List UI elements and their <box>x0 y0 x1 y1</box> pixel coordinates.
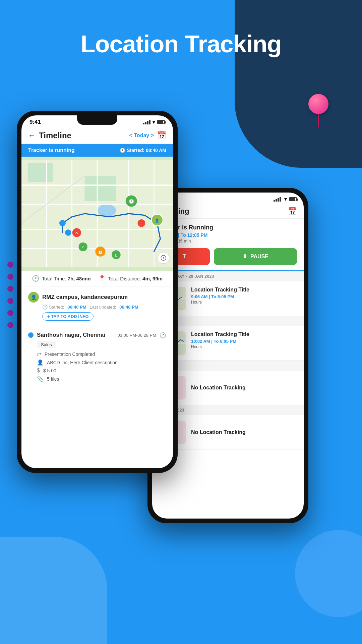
svg-point-3 <box>97 204 116 217</box>
notch <box>77 115 117 125</box>
location-name-2: Santhosh nagar, Chennai <box>37 332 105 338</box>
svg-text:🕐: 🕐 <box>98 250 103 255</box>
tap-info-section: + TAP TO ADD INFO <box>28 312 166 321</box>
svg-text:✕: ✕ <box>75 231 78 235</box>
map-background: 🕐 📍 ✕ ✓ <box>21 157 173 271</box>
signal-bar-r2 <box>276 199 277 202</box>
pause-label: PAUSE <box>250 254 268 260</box>
svg-point-18 <box>59 220 66 226</box>
started-label-1: 🕐 Started: <box>42 305 64 310</box>
files-text: 5 files <box>47 376 59 382</box>
history-time-1: 10:02 AM | To 6:05 PM <box>191 339 297 344</box>
status-icons: ▾ <box>143 119 165 125</box>
no-tracking-title-3: No Location Tracking <box>191 429 297 435</box>
dots-left <box>7 262 13 328</box>
dot-6 <box>7 322 13 328</box>
location-time-2: 03:00 PM-06:28 PM <box>117 333 156 338</box>
location-entry-1: 👤 RMZ campus, kandanceepuram 🕐 Started: … <box>21 286 173 326</box>
battery-right <box>289 197 297 201</box>
total-distance-label: Total Distance: 4m, 99m <box>108 276 163 281</box>
pause-icon: ⏸ <box>242 254 248 260</box>
phone-left: 9:41 ▾ ← Timeline <box>17 111 178 473</box>
map-area: 🕐 📍 ✕ ✓ <box>21 157 173 271</box>
bg-shape-bottom-right <box>295 530 362 617</box>
back-button[interactable]: ← <box>28 131 36 140</box>
started-time: 08:40 AM <box>146 148 166 153</box>
total-distance-stat: 📍 Total Distance: 4m, 99m <box>98 275 163 282</box>
bg-shape-dark <box>235 0 362 168</box>
no-tracking-content-3: No Location Tracking <box>191 429 297 435</box>
pin-ball <box>308 94 328 114</box>
files-icon: 📎 <box>37 376 44 382</box>
phone-screen-left: 9:41 ▾ ← Timeline <box>21 115 173 468</box>
tracker-running-text: Tracker is running <box>28 147 75 153</box>
location-header-2: Santhosh nagar, Chennai 03:00 PM-06:28 P… <box>28 332 166 338</box>
tracker-running-title: Tracker is Running <box>159 224 297 231</box>
svg-text:L: L <box>115 254 117 257</box>
dot-5 <box>7 310 13 316</box>
history-hours-1: Hours <box>191 344 297 349</box>
dot-4 <box>7 298 13 304</box>
calendar-icon-right[interactable]: 📅 <box>288 207 297 216</box>
svg-text:👤: 👤 <box>155 218 159 223</box>
total-time-stat: 🕐 Total Time: 7h, 48min <box>32 275 91 282</box>
detail-client: 👤 ABCD Inc, Here Client description <box>28 359 166 366</box>
signal-bar-r1 <box>274 200 275 202</box>
app-header-left: ← Timeline < Today > 📅 <box>21 127 173 144</box>
pin-decoration <box>308 94 328 127</box>
total-time-label: Total Time: 7h, 48min <box>42 276 91 281</box>
svg-rect-2 <box>84 176 116 201</box>
signal-bar-4 <box>149 120 150 124</box>
history-time-0: 9:06 AM | To 5:05 PM <box>191 294 297 299</box>
clock-icon-2: 🕐 <box>160 332 166 338</box>
calendar-icon[interactable]: 📅 <box>157 131 166 140</box>
bg-shape-bottom-left <box>0 537 107 644</box>
signal-bar-r3 <box>278 198 279 202</box>
dot-2 <box>7 274 13 280</box>
dollar-icon: $ <box>37 368 40 374</box>
map-svg: 🕐 📍 ✕ ✓ <box>21 157 173 271</box>
time-icon: 🕐 <box>32 275 39 282</box>
no-tracking-title-2: No Location Tracking <box>191 385 297 391</box>
location-avatar-1: 👤 <box>28 292 39 303</box>
sales-tag[interactable]: Sales <box>37 341 56 348</box>
detail-amount: $ $ 5.00 <box>28 368 166 374</box>
svg-rect-1 <box>28 163 53 182</box>
pause-button[interactable]: ⏸ PAUSE <box>214 248 297 265</box>
history-content-0: Location Tracking Title 9:06 AM | To 5:0… <box>191 287 297 305</box>
tracker-banner: Tracker is running 🕐 Started: 08:40 AM <box>21 144 173 157</box>
svg-point-19 <box>65 229 71 236</box>
dot-1 <box>7 262 13 268</box>
signal-bar-3 <box>147 121 148 124</box>
action-buttons: T ⏸ PAUSE <box>159 248 297 265</box>
svg-point-32 <box>163 257 164 259</box>
detail-files: 📎 5 files <box>28 376 166 382</box>
no-tracking-content-2: No Location Tracking <box>191 385 297 391</box>
svg-text:🕐: 🕐 <box>129 199 134 204</box>
battery-fill <box>158 121 163 123</box>
tap-to-add-info-button[interactable]: + TAP TO ADD INFO <box>42 312 94 321</box>
tracker-total: Total: 4h, 35 min <box>159 238 297 244</box>
location-header-1: 👤 RMZ campus, kandanceepuram <box>28 292 166 303</box>
history-title-0: Location Tracking Title <box>191 287 297 293</box>
history-title-1: Location Tracking Title <box>191 331 297 337</box>
tracker-started: 🕐 Started: 08:40 AM <box>120 148 166 153</box>
amount-text: $ 5.00 <box>43 368 56 373</box>
last-updated-time: 06:48 PM <box>119 305 138 310</box>
battery-fill-right <box>290 198 295 201</box>
battery-icon <box>157 120 165 124</box>
detail-presentation: ⇄ Presentation Completed <box>28 351 166 357</box>
map-stats: 🕐 Total Time: 7h, 48min 📍 Total Distance… <box>21 271 173 286</box>
presentation-text: Presentation Completed <box>45 352 95 357</box>
blue-dot-icon <box>28 332 34 338</box>
last-updated-label: Last updated: <box>90 305 116 310</box>
header-date[interactable]: < Today > <box>129 132 154 139</box>
page-title: Location Tracking <box>0 30 362 58</box>
client-icon: 👤 <box>37 359 44 366</box>
signal-bar-r4 <box>280 197 281 202</box>
phone-frame-left: 9:41 ▾ ← Timeline <box>17 111 178 473</box>
signal-bar-1 <box>143 123 144 124</box>
started-time-1: 06:40 PM <box>67 305 86 310</box>
history-content-1: Location Tracking Title 10:02 AM | To 6:… <box>191 331 297 349</box>
presentation-icon: ⇄ <box>37 351 41 357</box>
